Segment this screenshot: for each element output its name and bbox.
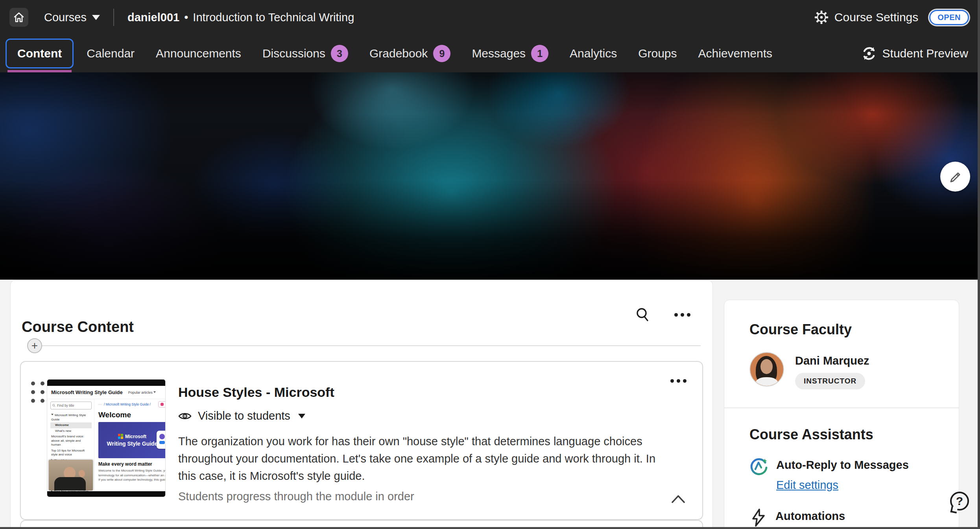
add-content-button[interactable]: + — [27, 338, 42, 353]
topbar-right-group: Course Settings OPEN — [814, 10, 980, 25]
chevron-down-icon — [92, 15, 100, 20]
hero-shade-overlay — [0, 72, 980, 280]
thumb-top-bar — [47, 380, 165, 386]
visibility-dropdown[interactable]: Visible to students — [178, 409, 674, 422]
assistant-automations: Automations Edit settings — [749, 508, 943, 529]
module-progress-note: Students progress through the module in … — [178, 490, 674, 503]
home-button[interactable] — [9, 8, 28, 27]
thumb-page-heading: Welcome — [98, 411, 165, 419]
edit-banner-button[interactable] — [940, 162, 970, 192]
ai-assistant-icon — [749, 457, 768, 476]
thumb-banner: Microsoft Writing Style Guide — [98, 422, 165, 458]
lightning-icon — [749, 508, 768, 527]
thumb-search-box: Find by title — [50, 402, 92, 409]
window-edge-right — [978, 0, 980, 529]
thumb-ask-button: Ask Lea — [158, 401, 165, 407]
faculty-heading: Course Faculty — [749, 321, 943, 338]
tab-calendar[interactable]: Calendar — [76, 40, 145, 67]
avatar — [749, 352, 784, 387]
module-collapse-button[interactable] — [670, 494, 687, 506]
thumb-crumb-dots: ··· — [98, 402, 102, 406]
gradebook-count-badge: 9 — [433, 45, 450, 62]
tab-announcements[interactable]: Announcements — [145, 40, 252, 67]
tab-gradebook[interactable]: Gradebook 9 — [359, 40, 461, 67]
content-heading: Course Content — [22, 319, 134, 335]
tab-announcements-label: Announcements — [156, 47, 241, 60]
faculty-role-badge: INSTRUCTOR — [795, 373, 865, 389]
help-button[interactable]: ? — [950, 492, 972, 514]
thumb-section-heading: Make every word matter — [98, 461, 165, 467]
tab-discussions[interactable]: Discussions 3 — [252, 40, 359, 67]
tab-analytics-label: Analytics — [570, 47, 617, 60]
auto-reply-edit-settings-link[interactable]: Edit settings — [776, 479, 838, 491]
thumb-menu: Popular articles — [128, 391, 157, 394]
thumb-banner-title: Writing Style Guide — [107, 441, 158, 447]
tab-achievements[interactable]: Achievements — [688, 40, 783, 67]
student-preview-button[interactable]: Student Preview — [861, 46, 980, 61]
faculty-member: Dani Marquez INSTRUCTOR — [749, 352, 943, 389]
drag-handle[interactable] — [31, 382, 44, 403]
tab-achievements-label: Achievements — [698, 47, 772, 60]
thumb-main: ··· / Microsoft Writing Style Guide / As… — [94, 399, 165, 491]
tab-groups[interactable]: Groups — [627, 40, 687, 67]
module-description: The organization you work for has their … — [178, 433, 668, 485]
thumb-copilot-icon — [157, 431, 165, 449]
tab-gradebook-label: Gradebook — [369, 47, 428, 60]
thumb-ask-icon — [161, 403, 164, 406]
thumb-search-icon — [52, 404, 55, 407]
home-icon — [13, 12, 24, 23]
course-settings-label: Course Settings — [834, 11, 918, 24]
course-settings-button[interactable]: Course Settings — [814, 10, 918, 25]
thumb-webcam-overlay — [49, 460, 93, 490]
thumb-tree-selected: Welcome — [50, 422, 92, 428]
content-toolbar — [634, 306, 690, 323]
thumb-bottom-bar — [47, 491, 165, 497]
content-more-button[interactable] — [674, 313, 690, 317]
module-info: House Styles - Microsoft Visible to stud… — [178, 379, 674, 503]
courses-menu-button[interactable]: Courses — [44, 11, 100, 24]
top-bar: Courses daniel001 • Introduction to Tech… — [0, 0, 980, 35]
course-content-panel: Course Content + Microsoft — [10, 280, 713, 529]
module-card: Microsoft Writing Style Guide Popular ar… — [20, 361, 703, 520]
thumb-search-placeholder: Find by title — [57, 404, 74, 407]
module-title[interactable]: House Styles - Microsoft — [178, 385, 674, 400]
faculty-name: Dani Marquez — [795, 354, 869, 367]
breadcrumb: daniel001 • Introduction to Technical Wr… — [127, 11, 354, 24]
breadcrumb-separator: • — [184, 11, 188, 24]
tab-content[interactable]: Content — [6, 39, 74, 68]
topbar-divider — [113, 9, 114, 26]
thumb-site-header: Microsoft Writing Style Guide Popular ar… — [47, 386, 165, 399]
thumb-body-line: Welcome to the Microsoft Writing Style G… — [98, 468, 165, 473]
breadcrumb-course-title: Introduction to Technical Writing — [193, 11, 354, 24]
ellipsis-icon — [670, 379, 674, 383]
breadcrumb-course-code: daniel001 — [127, 11, 179, 24]
course-open-badge[interactable]: OPEN — [929, 10, 969, 25]
help-bubble-tail — [950, 506, 958, 514]
course-hero-banner: daniel001 Introduction to Technical Writ… — [0, 72, 980, 280]
eye-icon — [178, 411, 192, 421]
tab-messages[interactable]: Messages 1 — [461, 40, 559, 67]
tab-analytics[interactable]: Analytics — [559, 40, 627, 67]
thumb-breadcrumb: / Microsoft Writing Style Guide / — [104, 402, 151, 406]
ellipsis-icon — [674, 313, 678, 317]
auto-reply-label: Auto-Reply to Messages — [776, 459, 909, 472]
tab-groups-label: Groups — [638, 47, 677, 60]
question-mark-glyph: ? — [956, 494, 963, 508]
discussions-count-badge: 3 — [331, 45, 348, 62]
module-more-button[interactable] — [670, 379, 687, 383]
module-thumbnail[interactable]: Microsoft Writing Style Guide Popular ar… — [47, 379, 166, 497]
thumb-breadcrumb-row: ··· / Microsoft Writing Style Guide / As… — [98, 401, 165, 407]
assistants-heading: Course Assistants — [749, 426, 943, 443]
tab-messages-label: Messages — [472, 47, 526, 60]
chevron-up-icon — [670, 494, 687, 504]
visibility-label: Visible to students — [198, 409, 290, 422]
tab-calendar-label: Calendar — [87, 47, 135, 60]
tab-discussions-label: Discussions — [262, 47, 325, 60]
thumb-body-line: If you write about computer technology, … — [98, 477, 165, 482]
tab-content-label: Content — [17, 47, 62, 60]
automations-label: Automations — [775, 510, 845, 523]
search-button[interactable] — [634, 306, 651, 323]
courses-label: Courses — [44, 11, 87, 24]
course-staff-panel: Course Faculty Dani Marquez INSTRUCTOR C… — [724, 300, 959, 529]
pencil-icon — [948, 169, 963, 184]
